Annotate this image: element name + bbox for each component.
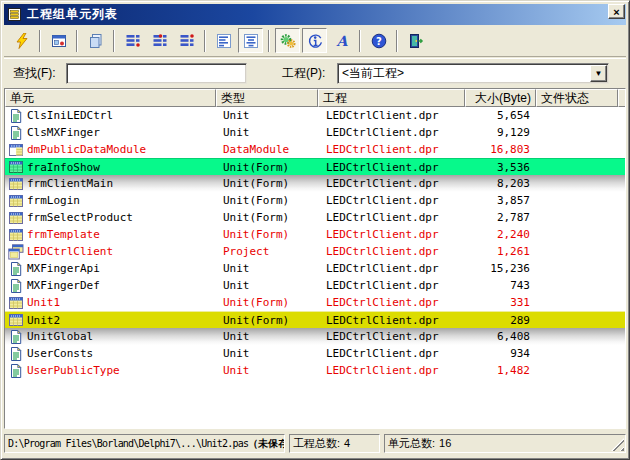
cell-unit: dmPublicDataModule bbox=[5, 141, 216, 158]
unit-name: frmSelectProduct bbox=[27, 209, 133, 226]
align-left-button[interactable] bbox=[211, 28, 236, 53]
table-row[interactable]: MXFingerDefUnitLEDCtrlClient.dpr743 bbox=[5, 277, 625, 294]
window-icon bbox=[8, 8, 22, 22]
cell-size: 5,654 bbox=[465, 107, 536, 124]
cell-file-status bbox=[536, 294, 618, 311]
cell-size: 331 bbox=[465, 294, 536, 311]
list-view-2-button[interactable] bbox=[147, 28, 172, 53]
column-header-size[interactable]: 大小(Byte) bbox=[465, 89, 536, 107]
toolbar: A? bbox=[4, 25, 626, 57]
cell-unit: UnitGlobal bbox=[5, 328, 216, 345]
cell-type: Project bbox=[216, 243, 318, 260]
font-button[interactable]: A bbox=[329, 28, 354, 53]
copy-icon bbox=[88, 33, 104, 49]
help-icon: ? bbox=[371, 33, 387, 49]
unit-name: MXFingerApi bbox=[27, 260, 100, 277]
resize-grip[interactable] bbox=[611, 438, 624, 451]
table-row[interactable]: UnitGlobalUnitLEDCtrlClient.dpr6,408 bbox=[5, 328, 625, 345]
table-row[interactable]: frmSelectProductUnit(Form)LEDCtrlClient.… bbox=[5, 209, 625, 226]
project-combobox-value: <当前工程> bbox=[338, 65, 589, 82]
exit-button[interactable] bbox=[403, 28, 428, 53]
cell-size: 1,261 bbox=[465, 243, 536, 260]
status-project-count-panel: 工程总数:4 bbox=[289, 434, 380, 453]
show-info-button[interactable] bbox=[302, 28, 327, 53]
table-row[interactable]: ClsIniLEDCtrlUnitLEDCtrlClient.dpr5,654 bbox=[5, 107, 625, 124]
cell-unit: MXFingerDef bbox=[5, 277, 216, 294]
table-body: ClsIniLEDCtrlUnitLEDCtrlClient.dpr5,654C… bbox=[5, 107, 625, 428]
chevron-down-icon: ▼ bbox=[595, 69, 603, 78]
cell-unit: frmTemplate bbox=[5, 226, 216, 243]
cell-type: Unit(Form) bbox=[216, 226, 318, 243]
cell-file-status bbox=[536, 312, 618, 328]
cell-type: Unit(Form) bbox=[216, 175, 318, 192]
table-row[interactable]: Unit2Unit(Form)LEDCtrlClient.dpr289 bbox=[5, 311, 625, 328]
cell-project: LEDCtrlClient.dpr bbox=[318, 345, 465, 362]
toolbar-separator bbox=[396, 30, 398, 52]
table-row[interactable]: LEDCtrlClientProjectLEDCtrlClient.dpr1,2… bbox=[5, 243, 625, 260]
find-input[interactable] bbox=[66, 63, 247, 84]
project-icon bbox=[8, 244, 24, 260]
combobox-dropdown-button[interactable]: ▼ bbox=[590, 65, 607, 82]
table-row[interactable]: frmLoginUnit(Form)LEDCtrlClient.dpr3,857 bbox=[5, 192, 625, 209]
cell-project: LEDCtrlClient.dpr bbox=[318, 159, 465, 175]
toolbar-separator bbox=[268, 30, 270, 52]
copy-button[interactable] bbox=[83, 28, 108, 53]
column-header-status[interactable]: 文件状态 bbox=[536, 89, 618, 107]
frame-icon bbox=[8, 159, 24, 175]
table-row[interactable]: UserConstsUnitLEDCtrlClient.dpr934 bbox=[5, 345, 625, 362]
form-icon bbox=[8, 295, 24, 311]
column-header-filler bbox=[618, 89, 626, 107]
unit-name: UserConsts bbox=[27, 345, 93, 362]
list-view-1-button[interactable] bbox=[120, 28, 145, 53]
table-row[interactable]: UserPublicTypeUnitLEDCtrlClient.dpr1,482 bbox=[5, 362, 625, 379]
cell-size: 15,236 bbox=[465, 260, 536, 277]
unit-name: Unit2 bbox=[27, 312, 60, 328]
table-row[interactable]: frmClientMainUnit(Form)LEDCtrlClient.dpr… bbox=[5, 175, 625, 192]
unit-name: frmClientMain bbox=[27, 175, 113, 192]
table-row[interactable]: Unit1Unit(Form)LEDCtrlClient.dpr331 bbox=[5, 294, 625, 311]
table-row[interactable]: MXFingerApiUnitLEDCtrlClient.dpr15,236 bbox=[5, 260, 625, 277]
form-icon bbox=[8, 312, 24, 328]
cell-project: LEDCtrlClient.dpr bbox=[318, 362, 465, 379]
project-count-value: 4 bbox=[344, 437, 350, 449]
cell-type: Unit(Form) bbox=[216, 192, 318, 209]
project-combobox[interactable]: <当前工程> ▼ bbox=[337, 63, 609, 84]
column-header-type[interactable]: 类型 bbox=[216, 89, 318, 107]
cell-type: Unit bbox=[216, 277, 318, 294]
list-view-3-button[interactable] bbox=[174, 28, 199, 53]
titlebar[interactable]: 工程组单元列表 bbox=[4, 4, 626, 25]
cell-project: LEDCtrlClient.dpr bbox=[318, 312, 465, 328]
project-count-label: 工程总数: bbox=[293, 437, 340, 449]
column-header-unit[interactable]: 单元 bbox=[5, 89, 216, 107]
cell-file-status bbox=[536, 175, 618, 192]
door-exit-icon bbox=[408, 33, 424, 49]
project-group-unit-list-window: 工程组单元列表 × A? 查找(F): 工程(P): <当前工程> ▼ 单元 类… bbox=[0, 0, 630, 460]
cell-type: Unit(Form) bbox=[216, 312, 318, 328]
cell-project: LEDCtrlClient.dpr bbox=[318, 192, 465, 209]
cell-size: 6,408 bbox=[465, 328, 536, 345]
table-row[interactable]: ClsMXFingerUnitLEDCtrlClient.dpr9,129 bbox=[5, 124, 625, 141]
form-icon bbox=[8, 176, 24, 192]
table-row[interactable]: frmTemplateUnit(Form)LEDCtrlClient.dpr2,… bbox=[5, 226, 625, 243]
list3-icon bbox=[179, 33, 195, 49]
close-button[interactable]: × bbox=[608, 4, 625, 19]
cell-file-status bbox=[536, 192, 618, 209]
cell-file-status bbox=[536, 107, 618, 124]
cell-unit: frmClientMain bbox=[5, 175, 216, 192]
filter-row: 查找(F): 工程(P): <当前工程> ▼ bbox=[4, 58, 626, 88]
find-label: 查找(F): bbox=[13, 59, 56, 87]
view-form-button[interactable] bbox=[46, 28, 71, 53]
column-header-project[interactable]: 工程 bbox=[318, 89, 465, 107]
toolbar-separator bbox=[113, 30, 115, 52]
cell-type: Unit(Form) bbox=[216, 159, 318, 175]
cell-size: 934 bbox=[465, 345, 536, 362]
unit-name: Unit1 bbox=[27, 294, 60, 311]
refresh-button[interactable] bbox=[9, 28, 34, 53]
settings-button[interactable] bbox=[275, 28, 300, 53]
table-row[interactable]: fraInfoShowUnit(Form)LEDCtrlClient.dpr3,… bbox=[5, 158, 625, 175]
unit-count-label: 单元总数: bbox=[388, 437, 435, 449]
unit-table: 单元 类型 工程 大小(Byte) 文件状态 ClsIniLEDCtrlUnit… bbox=[4, 88, 626, 429]
table-row[interactable]: dmPublicDataModuleDataModuleLEDCtrlClien… bbox=[5, 141, 625, 158]
align-center-button[interactable] bbox=[238, 28, 263, 53]
help-button[interactable]: ? bbox=[366, 28, 391, 53]
